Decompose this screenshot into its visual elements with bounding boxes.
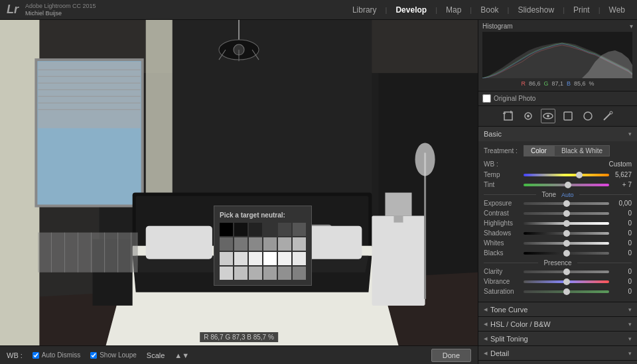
split-toning-row[interactable]: ◂ Split Toning ▾ xyxy=(478,332,637,346)
color-cell[interactable] xyxy=(278,252,291,265)
left-arrow-hsl: ◂ xyxy=(484,320,488,328)
wb-row: WB : Custom xyxy=(484,160,632,168)
tint-value: + 7 xyxy=(612,181,632,188)
nav-print[interactable]: Print xyxy=(568,4,595,16)
color-cell[interactable] xyxy=(293,223,306,236)
color-cell[interactable] xyxy=(249,252,262,265)
red-eye-icon[interactable] xyxy=(541,109,555,123)
nav-book[interactable]: Book xyxy=(475,4,504,16)
shadows-thumb[interactable] xyxy=(563,230,570,237)
tint-slider[interactable] xyxy=(524,184,609,186)
clarity-slider[interactable] xyxy=(524,271,609,273)
photo-container: Pick a target neutral: xyxy=(0,20,478,345)
color-cell[interactable] xyxy=(234,267,248,280)
color-cell[interactable] xyxy=(278,267,291,280)
bw-button[interactable]: Black & White xyxy=(554,145,610,156)
color-cell[interactable] xyxy=(249,223,262,236)
spot-removal-icon[interactable] xyxy=(521,109,535,123)
show-loupe-checkbox[interactable]: Show Loupe xyxy=(90,351,137,359)
exposure-label: Exposure xyxy=(484,200,524,207)
color-cell[interactable] xyxy=(249,237,262,251)
color-cell[interactable] xyxy=(220,237,233,251)
histogram-arrow[interactable]: ▾ xyxy=(630,23,633,30)
svg-point-56 xyxy=(547,115,549,117)
neutral-picker-title: Pick a target neutral: xyxy=(220,212,306,219)
basic-section-header[interactable]: Basic ▾ xyxy=(478,127,637,141)
nav-develop[interactable]: Develop xyxy=(390,4,432,16)
whites-slider[interactable] xyxy=(524,242,609,245)
color-cell[interactable] xyxy=(234,237,248,251)
wb-bottom-label: WB : xyxy=(7,351,23,359)
temp-thumb[interactable] xyxy=(576,172,583,178)
highlights-slider[interactable] xyxy=(524,222,609,225)
vibrance-slider[interactable] xyxy=(524,280,609,283)
crop-tool-icon[interactable] xyxy=(501,109,516,123)
color-cell[interactable] xyxy=(293,267,306,280)
vibrance-slider-row: Vibrance 0 xyxy=(484,278,632,285)
saturation-label: Saturation xyxy=(484,288,524,295)
done-button[interactable]: Done xyxy=(431,349,471,362)
color-cell[interactable] xyxy=(220,267,233,280)
exposure-slider[interactable] xyxy=(524,202,609,205)
auto-dismiss-checkbox[interactable]: Auto Dismiss xyxy=(33,351,80,359)
blacks-thumb[interactable] xyxy=(563,250,570,257)
adjustment-brush-icon[interactable] xyxy=(601,109,615,123)
original-photo-checkbox[interactable] xyxy=(482,94,491,103)
color-cell[interactable] xyxy=(249,267,262,280)
exposure-thumb[interactable] xyxy=(563,200,570,207)
shadows-slider[interactable] xyxy=(524,232,609,235)
color-cell[interactable] xyxy=(263,223,277,236)
color-cell[interactable] xyxy=(234,252,248,265)
tint-label: Tint xyxy=(484,181,524,188)
clarity-thumb[interactable] xyxy=(563,269,570,275)
lens-corrections-row[interactable]: ◂ Lens Corrections ▾ xyxy=(478,361,637,364)
color-cell[interactable] xyxy=(220,252,233,265)
original-photo-label: Original Photo xyxy=(494,95,535,102)
histogram-title: Histogram xyxy=(482,23,513,30)
graduated-filter-icon[interactable] xyxy=(561,109,575,123)
color-cell[interactable] xyxy=(293,237,306,251)
tool-icons-bar xyxy=(478,106,637,127)
detail-label: Detail xyxy=(490,349,628,357)
contrast-slider[interactable] xyxy=(524,212,609,215)
color-button[interactable]: Color xyxy=(524,145,554,156)
tone-auto[interactable]: Auto xyxy=(561,192,574,198)
highlights-thumb[interactable] xyxy=(563,220,570,227)
color-cell[interactable] xyxy=(263,237,277,251)
color-cell[interactable] xyxy=(278,223,291,236)
contrast-thumb[interactable] xyxy=(563,210,570,217)
whites-thumb[interactable] xyxy=(563,240,570,247)
color-cell[interactable] xyxy=(234,223,248,236)
color-cell[interactable] xyxy=(293,252,306,265)
tint-thumb[interactable] xyxy=(565,182,571,188)
whites-slider-row: Whites 0 xyxy=(484,239,632,247)
color-cell[interactable] xyxy=(220,223,233,236)
color-cell[interactable] xyxy=(263,252,277,265)
nav-library[interactable]: Library xyxy=(347,4,382,16)
saturation-thumb[interactable] xyxy=(563,288,570,295)
color-cell[interactable] xyxy=(263,267,277,280)
clarity-label: Clarity xyxy=(484,268,524,275)
color-cell[interactable] xyxy=(278,237,291,251)
nav-map[interactable]: Map xyxy=(441,4,466,16)
hsl-row[interactable]: ◂ HSL / Color / B&W ▾ xyxy=(478,317,637,332)
contrast-label: Contrast xyxy=(484,210,524,217)
svg-rect-8 xyxy=(38,62,140,128)
tone-label: Tone Auto xyxy=(484,191,632,198)
blacks-slider[interactable] xyxy=(524,252,609,255)
radial-filter-icon[interactable] xyxy=(581,109,595,123)
tone-curve-row[interactable]: ◂ Tone Curve ▾ xyxy=(478,302,637,317)
detail-row[interactable]: ◂ Detail ▾ xyxy=(478,346,637,361)
saturation-slider[interactable] xyxy=(524,290,609,293)
nav-web[interactable]: Web xyxy=(604,4,630,16)
nav-menu: Library | Develop | Map | Book | Slidesh… xyxy=(347,4,630,16)
highlights-label: Highlights xyxy=(484,219,524,227)
nav-slideshow[interactable]: Slideshow xyxy=(512,4,559,16)
svg-point-47 xyxy=(415,143,435,176)
clarity-slider-row: Clarity 0 xyxy=(484,268,632,275)
vibrance-thumb[interactable] xyxy=(563,278,570,285)
histogram-section: Histogram ▾ xyxy=(478,20,637,91)
highlights-slider-row: Highlights 0 xyxy=(484,219,632,227)
temp-slider[interactable] xyxy=(524,174,609,176)
basic-section: Basic ▾ Treatment : Color Black & White … xyxy=(478,127,637,302)
